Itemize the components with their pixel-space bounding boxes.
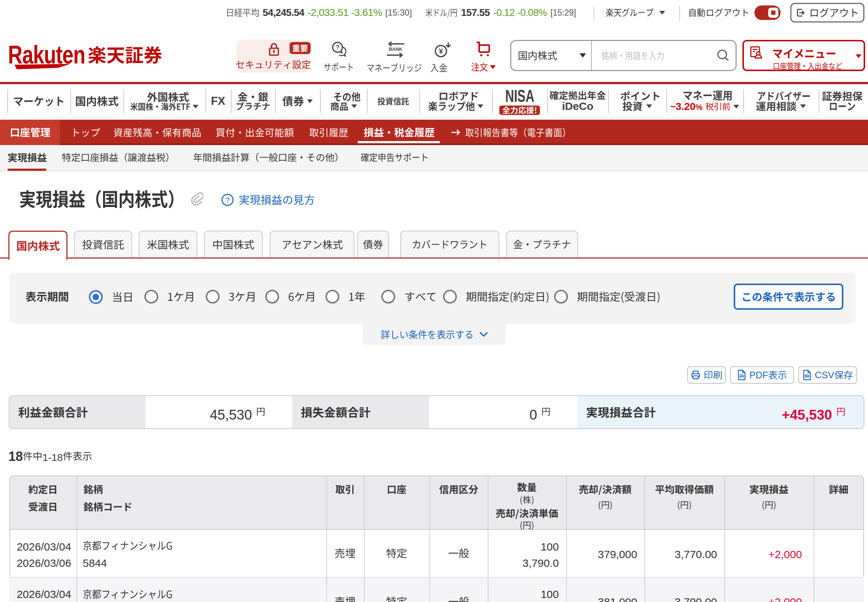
svg-text:¥: ¥ [439,47,443,55]
svg-text:?: ? [336,43,340,51]
svg-text:?: ? [225,196,230,204]
svg-text:BANK: BANK [389,46,402,52]
svg-text:CSV: CSV [805,375,810,377]
svg-text:PDF: PDF [740,375,744,377]
